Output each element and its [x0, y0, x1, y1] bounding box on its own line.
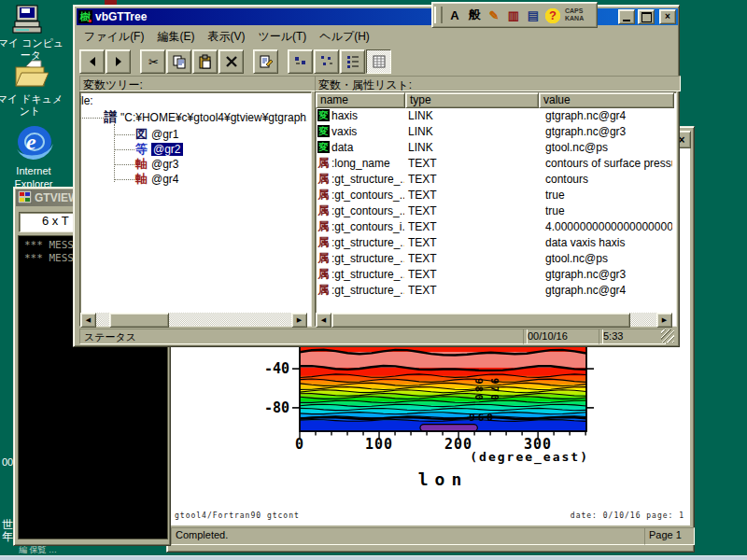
- table-row[interactable]: 属:gt_contours_i...TEXT4.0000000000000000…: [316, 218, 672, 234]
- my-computer-icon[interactable]: [11, 5, 45, 35]
- scroll-left-icon[interactable]: ◀: [316, 313, 331, 328]
- attr-value: contours: [542, 173, 672, 186]
- tree-node-gr2[interactable]: 等@gr2: [134, 142, 183, 157]
- scatter-icons-button[interactable]: [314, 49, 339, 74]
- list-pane-header: 変数・属性リスト:: [315, 76, 681, 91]
- attribute-icon: 属: [317, 187, 331, 203]
- attr-name: :gt_structure_...: [331, 252, 404, 265]
- ime-conversion-mode-button[interactable]: 般: [465, 6, 484, 24]
- table-row[interactable]: 変vaxisLINKgtgraph.nc@gr3: [316, 123, 672, 139]
- table-row[interactable]: 属:gt_structure_...TEXTcontours: [316, 171, 672, 187]
- delete-button[interactable]: [218, 49, 244, 74]
- back-button[interactable]: [79, 49, 105, 74]
- table-row[interactable]: 属:gt_structure_...TEXTgtgraph.nc@gr3: [316, 266, 672, 282]
- list-header-row: nametypevalue: [316, 92, 672, 106]
- list-view-button[interactable]: [340, 49, 365, 74]
- back-icon: [85, 54, 100, 69]
- my-computer-label[interactable]: マイ コンピュータ: [0, 37, 66, 62]
- attribute-list[interactable]: 変haxisLINKgtgraph.nc@gr4変vaxisLINKgtgrap…: [316, 107, 672, 309]
- tree-root-node[interactable]: 譜 "C:¥HOME¥c¥gtool4¥gtview¥gtgraph.nc": [104, 110, 307, 125]
- attr-value: gtgraph.nc@gr3: [542, 268, 672, 281]
- scroll-left-icon[interactable]: ◀: [80, 313, 96, 328]
- internet-explorer-label-1[interactable]: Internet: [0, 165, 69, 177]
- attr-value: gtgraph.nc@gr4: [542, 109, 672, 122]
- tree-horizontal-scrollbar[interactable]: ◀ ▶: [80, 313, 307, 326]
- scrollbar-thumb[interactable]: [109, 313, 169, 328]
- tree-root-label: "C:¥HOME¥c¥gtool4¥gtview¥gtgraph.nc": [120, 111, 307, 124]
- attr-name: :gt_contours_...: [331, 189, 404, 202]
- tree-node-gr4[interactable]: 軸@gr4: [134, 172, 179, 187]
- attribute-icon: 属: [317, 250, 331, 266]
- attr-type: TEXT: [404, 236, 542, 249]
- attr-name: :gt_contours_...: [331, 204, 404, 217]
- toolbar-separator: [279, 47, 288, 69]
- attr-type: TEXT: [404, 189, 542, 202]
- column-header-name[interactable]: name: [316, 92, 405, 108]
- details-view-button[interactable]: [366, 49, 391, 74]
- close-button[interactable]: ×: [659, 9, 676, 24]
- resize-grip[interactable]: [661, 329, 674, 343]
- table-row[interactable]: 属:long_nameTEXTcontours of surface press…: [316, 155, 672, 171]
- menu-item[interactable]: ツール(T): [251, 27, 313, 47]
- small-icons-button[interactable]: [288, 49, 313, 74]
- my-documents-label[interactable]: マイ ドキュメント: [0, 93, 65, 118]
- pad-icon[interactable]: ▤: [524, 6, 543, 24]
- table-row[interactable]: 属:gt_contours_...TEXTtrue: [316, 203, 672, 218]
- tree-node-label: @gr2: [151, 143, 183, 156]
- cut-button[interactable]: ✂: [140, 49, 165, 74]
- list-horizontal-scrollbar[interactable]: ◀ ▶: [316, 313, 672, 326]
- attribute-icon: 属: [317, 266, 331, 282]
- table-row[interactable]: 属:gt_contours_...TEXTtrue: [316, 187, 672, 203]
- variable-tree[interactable]: file: 譜 "C:¥HOME¥c¥gtool4¥gtview¥gtgraph…: [80, 92, 307, 309]
- attr-type: TEXT: [404, 204, 542, 217]
- plot-footer-left: gtool4/Fortran90 gtcont: [175, 511, 300, 520]
- table-row[interactable]: 属:gt_structure_...TEXTgtgraph.nc@gr4: [316, 282, 672, 298]
- scroll-right-icon[interactable]: ▶: [291, 313, 307, 328]
- scroll-right-icon[interactable]: ▶: [656, 313, 672, 328]
- table-row[interactable]: 変dataLINKgtool.nc@ps: [316, 139, 672, 155]
- menu-item[interactable]: ファイル(F): [78, 27, 150, 47]
- properties-button[interactable]: [253, 49, 278, 74]
- dictionary-icon[interactable]: ▥: [504, 6, 523, 24]
- tree-node-gr3[interactable]: 軸@gr3: [134, 157, 179, 172]
- paste-button[interactable]: [192, 49, 218, 74]
- column-header-type[interactable]: type: [405, 92, 539, 108]
- attr-value: gtool.nc@ps: [542, 252, 672, 265]
- variable-type-icon: 軸: [134, 171, 148, 188]
- ime-kana-indicator[interactable]: KANA: [565, 15, 584, 22]
- attr-name: haxis: [331, 109, 404, 122]
- forward-button[interactable]: [106, 49, 131, 74]
- taskbar-edge[interactable]: [0, 555, 747, 560]
- table-row[interactable]: 属:gt_structure_...TEXTdata vaxis haxis: [316, 234, 672, 250]
- maximize-button[interactable]: [638, 9, 655, 24]
- help-icon[interactable]: ?: [543, 6, 562, 24]
- column-header-value[interactable]: value: [539, 92, 674, 108]
- svg-text:980: 980: [472, 378, 485, 402]
- my-documents-icon[interactable]: [13, 60, 49, 90]
- table-row[interactable]: 変haxisLINKgtgraph.nc@gr4: [316, 107, 672, 123]
- table-row[interactable]: 属:gt_structure_...TEXTgtool.nc@ps: [316, 250, 672, 266]
- menu-item[interactable]: ヘルプ(H): [313, 27, 376, 47]
- list-view-icon: [345, 54, 360, 69]
- attr-name: vaxis: [331, 125, 404, 138]
- minimize-button[interactable]: [618, 9, 635, 24]
- svg-text:-80: -80: [264, 399, 289, 416]
- copy-button[interactable]: [166, 49, 191, 74]
- pen-icon[interactable]: ✎: [485, 6, 503, 24]
- ime-caps-indicator[interactable]: CAPS: [565, 7, 584, 15]
- internet-explorer-icon[interactable]: e: [15, 121, 54, 162]
- ime-input-mode-button[interactable]: A: [445, 6, 464, 24]
- attr-value: data vaxis haxis: [542, 236, 672, 249]
- toolbar: ✂: [79, 47, 673, 71]
- tree-node-gr1[interactable]: 図@gr1: [134, 127, 179, 142]
- svg-text:0: 0: [295, 436, 304, 453]
- ime-grip[interactable]: [434, 7, 443, 23]
- attribute-icon: 属: [317, 155, 331, 171]
- menu-item[interactable]: 表示(V): [201, 27, 251, 47]
- desktop-text-fragment: 00: [2, 456, 13, 468]
- toolbar-separator: [132, 47, 140, 69]
- scrollbar-thumb[interactable]: [331, 313, 630, 328]
- attr-name: :gt_contours_i...: [331, 220, 404, 233]
- chart-status-message: Completed.: [171, 527, 647, 545]
- menu-item[interactable]: 編集(E): [150, 27, 201, 47]
